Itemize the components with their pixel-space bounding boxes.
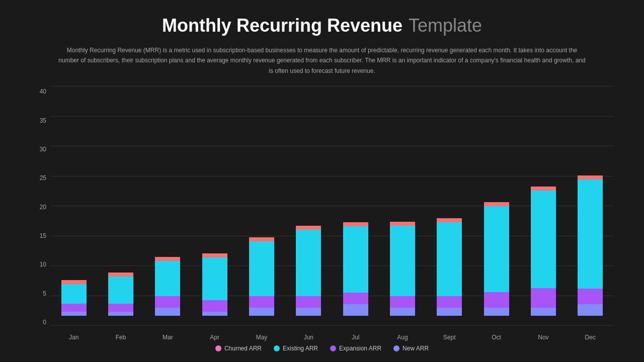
bar-segment-existing xyxy=(61,284,87,304)
x-label-group: Jun xyxy=(285,331,332,341)
bar-group xyxy=(238,86,285,316)
bar-segment-new xyxy=(531,308,556,316)
legend-label: New ARR xyxy=(403,345,429,352)
x-axis-label: Nov xyxy=(538,334,548,341)
x-axis-label: Feb xyxy=(116,334,126,341)
bar-segment-new xyxy=(61,312,87,316)
legend-label: Existing ARR xyxy=(283,345,318,352)
bar-segment-churned xyxy=(484,202,509,206)
x-label-group: Oct xyxy=(473,331,520,341)
bar-segment-churned xyxy=(390,222,415,226)
y-axis-label: 0 xyxy=(30,319,50,326)
y-axis-label: 5 xyxy=(30,290,50,297)
chart-area: 0510152025303540 JanFebMarAprMayJunJulAu… xyxy=(30,86,614,352)
bar-stack xyxy=(484,202,509,316)
bar-segment-expansion xyxy=(61,304,87,312)
bar-segment-new xyxy=(249,308,274,316)
legend-item: New ARR xyxy=(393,345,429,352)
x-label-group: Apr xyxy=(191,331,238,341)
bar-segment-existing xyxy=(531,191,556,288)
y-axis-label: 15 xyxy=(30,232,50,239)
y-axis-label: 35 xyxy=(30,117,50,124)
bar-segment-existing xyxy=(249,241,274,296)
bar-segment-existing xyxy=(296,230,321,296)
legend-item: Churned ARR xyxy=(215,345,262,352)
page: Monthly Recurring Revenue Template Month… xyxy=(0,0,644,362)
x-axis-label: Sept xyxy=(443,334,456,341)
bar-segment-churned xyxy=(531,187,556,191)
bar-segment-new xyxy=(202,312,227,316)
bar-segment-existing xyxy=(343,226,368,293)
bar-segment-existing xyxy=(155,261,180,296)
bar-segment-new xyxy=(484,308,509,316)
bar-group xyxy=(332,86,379,316)
x-axis-label: Oct xyxy=(492,334,501,341)
y-axis-label: 40 xyxy=(30,88,50,95)
bar-segment-new xyxy=(108,312,133,316)
bar-stack xyxy=(61,280,87,316)
legend-color-dot xyxy=(393,345,399,351)
legend-item: Existing ARR xyxy=(274,345,318,352)
bar-segment-existing xyxy=(578,179,603,289)
bar-segment-new xyxy=(437,308,462,316)
bar-stack xyxy=(108,273,133,316)
bar-segment-churned xyxy=(249,237,274,241)
y-axis: 0510152025303540 xyxy=(30,86,50,341)
bar-segment-expansion xyxy=(108,304,133,312)
bar-stack xyxy=(437,218,462,316)
x-axis-label: Dec xyxy=(585,334,596,341)
bar-stack xyxy=(249,237,274,316)
x-label-group: Nov xyxy=(520,331,567,341)
x-axis-label: Aug xyxy=(397,334,408,341)
bar-stack xyxy=(155,257,180,316)
legend-label: Expansion ARR xyxy=(339,345,381,352)
bar-group xyxy=(285,86,332,316)
bar-segment-existing xyxy=(202,257,227,300)
bar-segment-churned xyxy=(202,253,227,257)
bar-stack xyxy=(390,222,415,316)
bar-group xyxy=(520,86,567,316)
y-axis-label: 20 xyxy=(30,204,50,211)
x-label-group: Feb xyxy=(97,331,144,341)
bar-segment-churned xyxy=(296,226,321,230)
bar-group xyxy=(144,86,191,316)
title-light: Template xyxy=(409,15,482,36)
bar-segment-new xyxy=(155,308,180,316)
legend-color-dot xyxy=(215,345,221,351)
bar-stack xyxy=(531,187,556,316)
y-axis-label: 25 xyxy=(30,174,50,182)
legend: Churned ARRExisting ARRExpansion ARRNew … xyxy=(30,345,614,352)
bar-segment-existing xyxy=(484,206,509,292)
bar-segment-expansion xyxy=(202,300,227,312)
bar-group xyxy=(426,86,473,316)
x-axis-label: Jul xyxy=(352,334,359,341)
x-axis-label: May xyxy=(256,334,268,341)
x-axis-label: Jan xyxy=(69,334,78,341)
chart-inner: JanFebMarAprMayJunJulAugSeptOctNovDec xyxy=(50,86,614,341)
y-axis-label: 30 xyxy=(30,146,50,153)
bar-segment-expansion xyxy=(390,296,415,308)
x-label-group: Mar xyxy=(144,331,191,341)
bar-group xyxy=(567,86,614,316)
legend-label: Churned ARR xyxy=(224,345,262,352)
bar-segment-churned xyxy=(108,273,133,277)
bar-segment-new xyxy=(296,308,321,316)
title-row: Monthly Recurring Revenue Template xyxy=(162,15,482,36)
legend-color-dot xyxy=(330,345,336,351)
x-label-group: Sept xyxy=(426,331,473,341)
bar-segment-expansion xyxy=(296,296,321,308)
bar-stack xyxy=(202,253,227,316)
bar-group xyxy=(97,86,144,316)
x-axis-label: Apr xyxy=(210,334,219,341)
bar-segment-churned xyxy=(155,257,180,261)
x-label-group: Aug xyxy=(379,331,426,341)
x-axis-label: Mar xyxy=(163,334,173,341)
bar-segment-expansion xyxy=(155,296,180,308)
legend-color-dot xyxy=(274,345,280,351)
bar-segment-expansion xyxy=(343,293,368,304)
description: Monthly Recurring Revenue (MRR) is a met… xyxy=(58,45,586,76)
bar-group xyxy=(379,86,426,316)
bar-segment-expansion xyxy=(484,292,509,308)
bar-segment-expansion xyxy=(578,289,603,304)
x-label-group: Jan xyxy=(50,331,97,341)
